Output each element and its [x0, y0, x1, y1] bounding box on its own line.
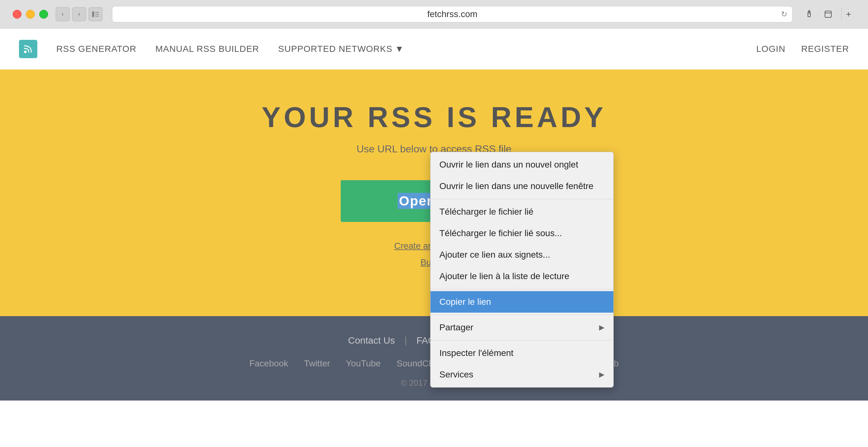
- context-menu-item-label-6: Copier le lien: [439, 297, 491, 307]
- context-menu-item-4[interactable]: Ajouter ce lien aux signets...: [431, 244, 613, 265]
- site-nav: RSS GENERATOR MANUAL RSS BUILDER SUPPORT…: [0, 28, 868, 69]
- context-menu-item-1[interactable]: Ouvrir le lien dans une nouvelle fenêtre: [431, 175, 613, 197]
- context-menu-item-label-3: Télécharger le fichier lié sous...: [439, 228, 562, 238]
- context-menu-separator-7: [431, 340, 613, 341]
- svg-rect-0: [92, 11, 94, 17]
- chevron-down-icon: ▼: [395, 44, 404, 54]
- footer-link-contact[interactable]: Contact Us: [338, 335, 404, 346]
- context-menu-item-label-8: Inspecter l'élément: [439, 348, 514, 358]
- reload-button[interactable]: ↻: [781, 10, 787, 19]
- share-button[interactable]: [802, 7, 816, 21]
- fullscreen-icon: [824, 10, 832, 18]
- context-menu-item-3[interactable]: Télécharger le fichier lié sous...: [431, 223, 613, 244]
- minimize-button[interactable]: [26, 10, 35, 19]
- nav-register[interactable]: REGISTER: [801, 44, 849, 54]
- context-menu: Ouvrir le lien dans un nouvel ongletOuvr…: [430, 152, 614, 388]
- context-menu-separator-1: [431, 199, 613, 199]
- context-menu-separator-5: [431, 289, 613, 289]
- back-icon: ‹: [62, 11, 64, 18]
- add-tab-icon: +: [846, 9, 851, 19]
- logo-icon: [19, 40, 37, 58]
- svg-rect-5: [825, 11, 831, 18]
- browser-chrome: ‹ › fetchrss.com ↻ +: [0, 0, 868, 28]
- svg-rect-2: [95, 14, 99, 14]
- context-menu-item-2[interactable]: Télécharger le fichier lié: [431, 201, 613, 223]
- logo[interactable]: [19, 40, 37, 58]
- context-menu-item-label-5: Ajouter le lien à la liste de lecture: [439, 271, 569, 281]
- nav-link-supported-networks[interactable]: SUPPORTED NETWORKS ▼: [278, 44, 404, 54]
- svg-rect-3: [95, 16, 99, 17]
- share-icon: [805, 10, 813, 19]
- context-menu-separator-6: [431, 315, 613, 315]
- context-menu-item-0[interactable]: Ouvrir le lien dans un nouvel onglet: [431, 154, 613, 175]
- context-menu-arrow-9: ▶: [599, 371, 604, 379]
- url-text: fetchrss.com: [427, 9, 478, 19]
- traffic-lights: [13, 10, 48, 19]
- context-menu-item-6[interactable]: Copier le lien: [431, 291, 613, 313]
- sidebar-icon: [92, 11, 99, 17]
- fullscreen-button[interactable]: [821, 7, 835, 21]
- nav-buttons: ‹ ›: [56, 7, 86, 21]
- context-menu-arrow-7: ▶: [599, 323, 604, 331]
- add-tab-button[interactable]: +: [841, 7, 855, 21]
- nav-links: RSS GENERATOR MANUAL RSS BUILDER SUPPORT…: [56, 44, 756, 54]
- context-menu-item-label-2: Télécharger le fichier lié: [439, 207, 533, 217]
- svg-rect-1: [95, 12, 99, 13]
- context-menu-item-5[interactable]: Ajouter le lien à la liste de lecture: [431, 265, 613, 287]
- nav-link-manual-builder[interactable]: MANUAL RSS BUILDER: [155, 44, 259, 54]
- back-button[interactable]: ‹: [56, 7, 70, 21]
- browser-actions: +: [802, 7, 855, 21]
- footer-social-twitter[interactable]: Twitter: [304, 358, 330, 369]
- context-menu-item-label-1: Ouvrir le lien dans une nouvelle fenêtre: [439, 181, 593, 191]
- nav-login[interactable]: LOGIN: [756, 44, 785, 54]
- footer-social-youtube[interactable]: YouTube: [346, 358, 381, 369]
- forward-button[interactable]: ›: [72, 7, 86, 21]
- close-button[interactable]: [13, 10, 22, 19]
- context-menu-item-label-4: Ajouter ce lien aux signets...: [439, 250, 550, 260]
- footer-divider-1: |: [405, 335, 407, 346]
- context-menu-item-8[interactable]: Inspecter l'élément: [431, 342, 613, 364]
- context-menu-item-9[interactable]: Services▶: [431, 364, 613, 385]
- context-menu-item-label-7: Partager: [439, 322, 473, 332]
- nav-link-rss-generator[interactable]: RSS GENERATOR: [56, 44, 136, 54]
- forward-icon: ›: [78, 11, 80, 18]
- context-menu-item-label-0: Ouvrir le lien dans un nouvel onglet: [439, 160, 578, 170]
- context-menu-item-label-9: Services: [439, 370, 473, 380]
- sidebar-button[interactable]: [89, 7, 102, 21]
- hero-title: YOUR RSS IS READY: [19, 101, 849, 134]
- maximize-button[interactable]: [39, 10, 48, 19]
- svg-point-7: [24, 51, 27, 53]
- context-menu-item-7[interactable]: Partager▶: [431, 317, 613, 338]
- footer-social-facebook[interactable]: Facebook: [249, 358, 288, 369]
- nav-right: LOGIN REGISTER: [756, 44, 849, 54]
- address-bar[interactable]: fetchrss.com ↻: [112, 6, 793, 23]
